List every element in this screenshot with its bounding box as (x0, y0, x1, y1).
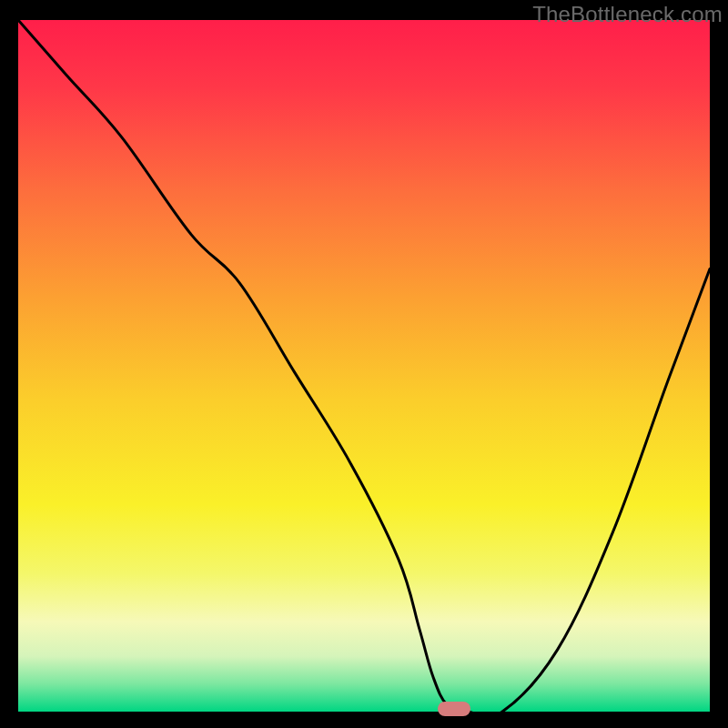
plot-area (18, 20, 710, 712)
optimum-marker (438, 702, 470, 716)
plot-svg (18, 20, 710, 712)
gradient-background (18, 20, 710, 712)
watermark-label: TheBottleneck.com (532, 2, 723, 27)
chart-frame: TheBottleneck.com (0, 0, 728, 728)
